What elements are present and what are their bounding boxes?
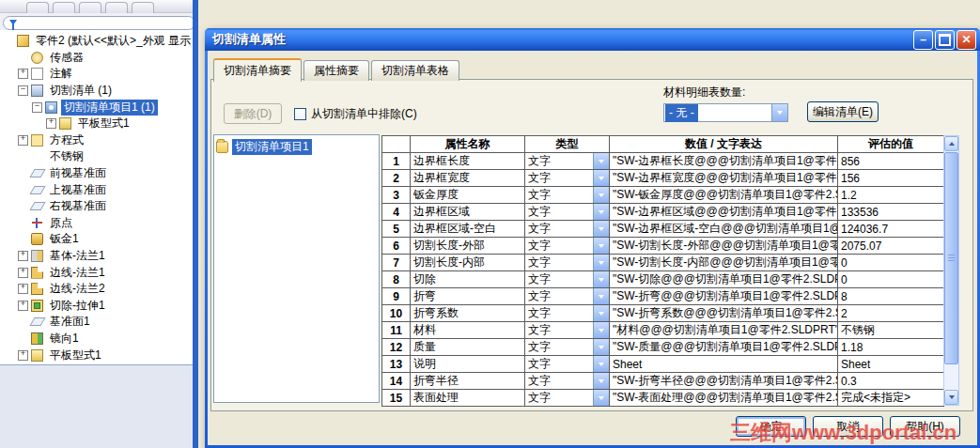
expression-cell[interactable]: "SW-折弯半径@@@切割清单项目1@零件2.S xyxy=(610,373,838,390)
expression-cell[interactable]: "SW-边界框区域@@@切割清单项目1@零件2 xyxy=(610,204,838,221)
tree-item[interactable]: 基准面1 xyxy=(0,314,193,331)
property-type-cell[interactable]: 文字 xyxy=(525,271,610,288)
scroll-up-icon[interactable] xyxy=(944,136,958,151)
property-type-cell[interactable]: 文字 xyxy=(525,390,610,407)
expression-cell[interactable]: "SW-钣金厚度@@@切割清单项目1@零件2.S xyxy=(610,187,838,204)
tree-item[interactable]: +边线-法兰1 xyxy=(0,264,193,281)
property-name-cell[interactable]: 切割长度-内部 xyxy=(411,255,525,271)
property-name-cell[interactable]: 说明 xyxy=(411,356,525,373)
col-property-name[interactable]: 属性名称 xyxy=(411,136,525,153)
property-type-cell[interactable]: 文字 xyxy=(525,170,610,187)
property-type-cell[interactable]: 文字 xyxy=(525,187,610,204)
scrollbar-thumb[interactable] xyxy=(944,152,958,364)
expression-cell[interactable]: "SW-表面处理@@@切割清单项目1@零件2.S xyxy=(610,390,838,407)
tree-item[interactable]: +平板型式1 xyxy=(0,347,193,363)
tree-item-label[interactable]: 方程式 xyxy=(47,132,86,148)
tree-item[interactable]: 前视基准面 xyxy=(0,165,193,182)
combo-dropdown-icon[interactable] xyxy=(593,255,609,270)
combo-dropdown-icon[interactable] xyxy=(593,339,609,355)
property-type-cell[interactable]: 文字 xyxy=(525,221,610,238)
expand-toggle[interactable]: − xyxy=(32,102,42,113)
combo-dropdown-icon[interactable] xyxy=(593,322,609,338)
exclude-checkbox[interactable] xyxy=(294,108,306,120)
row-number[interactable]: 12 xyxy=(382,339,411,356)
tree-item-label[interactable]: 边线-法兰2 xyxy=(47,281,108,297)
expression-cell[interactable]: "SW-边界框宽度@@@切割清单项目1@零件2 xyxy=(610,170,838,187)
tree-item-label[interactable]: 右视基准面 xyxy=(47,198,109,214)
combo-dropdown-icon[interactable] xyxy=(593,373,609,389)
scroll-down-icon[interactable] xyxy=(944,390,958,405)
tree-item-label[interactable]: 前视基准面 xyxy=(47,165,109,181)
tree-item[interactable]: 原点 xyxy=(0,215,193,232)
row-number[interactable]: 5 xyxy=(382,221,411,238)
property-name-cell[interactable]: 材料 xyxy=(411,322,525,339)
expand-toggle[interactable]: + xyxy=(46,118,56,129)
property-name-cell[interactable]: 钣金厚度 xyxy=(411,187,525,204)
expression-cell[interactable]: "材料@@@切割清单项目1@零件2.SLDPRT" xyxy=(610,322,838,339)
minimize-button[interactable]: – xyxy=(913,30,933,50)
expand-toggle[interactable]: + xyxy=(18,135,28,146)
row-number[interactable]: 3 xyxy=(382,187,411,204)
property-type-cell[interactable]: 文字 xyxy=(525,322,610,339)
property-type-cell[interactable]: 文字 xyxy=(525,238,610,255)
expression-cell[interactable]: "SW-折弯@@@切割清单项目1@零件2.SLDPR xyxy=(610,288,838,305)
property-name-cell[interactable]: 边界框区域 xyxy=(411,204,525,221)
combo-dropdown-icon[interactable] xyxy=(593,204,609,220)
property-name-cell[interactable]: 切割长度-外部 xyxy=(411,238,525,255)
property-name-cell[interactable]: 表面处理 xyxy=(411,390,525,407)
expand-toggle[interactable]: + xyxy=(18,301,28,311)
property-type-cell[interactable]: 文字 xyxy=(525,255,610,271)
tree-item[interactable]: +平板型式1 xyxy=(0,116,193,132)
property-name-cell[interactable]: 折弯 xyxy=(411,288,525,305)
display-manager-tab-icon[interactable] xyxy=(132,2,154,13)
tab-1[interactable]: 属性摘要 xyxy=(303,60,369,81)
delete-button[interactable]: 删除(D) xyxy=(224,103,282,124)
row-number[interactable]: 15 xyxy=(382,390,411,407)
expression-cell[interactable]: "SW-切割长度-外部@@@切割清单项目1@零 xyxy=(610,238,838,255)
row-number[interactable]: 10 xyxy=(382,305,411,322)
expand-toggle[interactable]: + xyxy=(18,69,28,79)
property-name-cell[interactable]: 边界框宽度 xyxy=(411,170,525,187)
help-button[interactable]: 帮助(H) xyxy=(890,416,960,437)
col-type[interactable]: 类型 xyxy=(525,136,610,153)
property-type-cell[interactable]: 文字 xyxy=(525,305,610,322)
combo-dropdown-icon[interactable] xyxy=(593,170,609,186)
property-type-cell[interactable]: 文字 xyxy=(525,356,610,373)
tree-item-label[interactable]: 边线-法兰1 xyxy=(47,265,108,281)
bom-quantity-combobox[interactable]: - 无 - xyxy=(663,103,788,122)
row-number[interactable]: 1 xyxy=(382,153,411,170)
configuration-manager-tab-icon[interactable] xyxy=(79,2,101,13)
tree-item-label[interactable]: 切割清单 (1) xyxy=(47,83,115,99)
tree-item[interactable]: −切割清单项目1 (1) xyxy=(0,99,193,116)
expand-toggle[interactable]: − xyxy=(18,85,28,96)
tree-item-label[interactable]: 传感器 xyxy=(47,50,86,66)
expression-cell[interactable]: "SW-切割长度-内部@@@切割清单项目1@零 xyxy=(610,255,838,271)
tab-2[interactable]: 切割清单表格 xyxy=(371,60,459,81)
ok-button[interactable]: 确定 xyxy=(736,416,806,437)
tree-item-label[interactable]: 切割清单项目1 (1) xyxy=(61,100,158,116)
tree-item[interactable]: 传感器 xyxy=(0,50,193,67)
property-name-cell[interactable]: 折弯半径 xyxy=(411,373,525,390)
tree-item[interactable]: 右视基准面 xyxy=(0,198,193,215)
property-manager-tab-icon[interactable] xyxy=(53,2,75,13)
maximize-button[interactable] xyxy=(935,30,955,50)
tree-item-label[interactable]: 注解 xyxy=(47,66,75,82)
combo-dropdown-icon[interactable] xyxy=(593,153,609,169)
expand-toggle[interactable]: + xyxy=(18,251,28,261)
expression-cell[interactable]: "SW-质量@@@切割清单项目1@零件2.SLDPR xyxy=(610,339,838,356)
tree-item[interactable]: +方程式 xyxy=(0,132,193,149)
tree-item[interactable]: +注解 xyxy=(0,66,193,83)
property-name-cell[interactable]: 折弯系数 xyxy=(411,305,525,322)
tree-item[interactable]: 上视基准面 xyxy=(0,181,193,198)
combo-dropdown-icon[interactable] xyxy=(593,221,609,237)
cancel-button[interactable]: 取消 xyxy=(813,416,883,437)
tree-item-label[interactable]: 平板型式1 xyxy=(47,348,104,363)
tree-item[interactable]: 零件2 (默认<<默认>_外观 显示 xyxy=(0,33,193,50)
tree-item-label[interactable]: 零件2 (默认<<默认>_外观 显示 xyxy=(33,33,193,49)
tree-item-label[interactable]: 镜向1 xyxy=(47,331,82,347)
close-button[interactable]: ✕ xyxy=(957,30,976,50)
tree-item[interactable]: +切除-拉伸1 xyxy=(0,298,193,315)
expression-cell[interactable]: "SW-边界框长度@@@切割清单项目1@零件2 xyxy=(610,153,838,170)
row-number[interactable]: 7 xyxy=(382,255,411,271)
row-number[interactable]: 2 xyxy=(382,170,411,187)
